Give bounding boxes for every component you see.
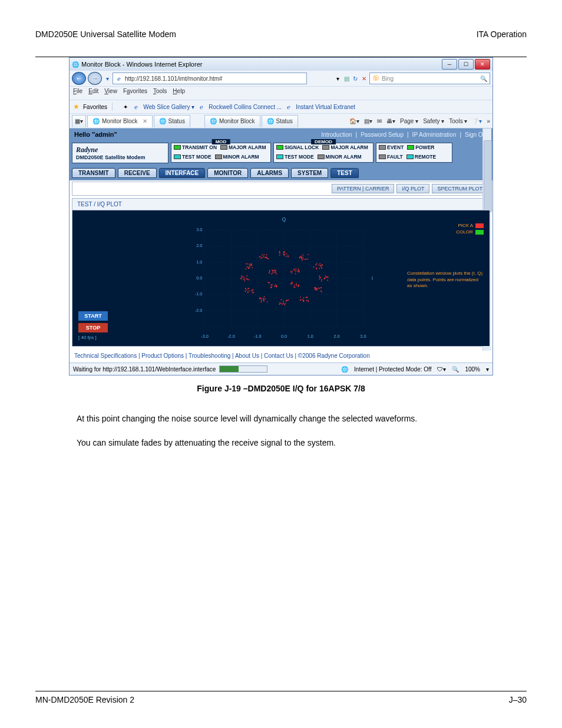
svg-point-98	[321, 279, 322, 280]
favbar-item-1[interactable]: Rockwell Collins Connect ...	[209, 104, 282, 110]
nav-tab-monitor[interactable]: MONITOR	[207, 168, 248, 178]
svg-point-224	[284, 304, 285, 305]
sub-tab[interactable]: I/Q PLOT	[396, 184, 429, 193]
nav-tab-receive[interactable]: RECEIVE	[118, 168, 157, 178]
close-button[interactable]: ✕	[475, 59, 490, 70]
tab-3-label: Status	[276, 118, 293, 124]
forward-button[interactable]: →	[88, 72, 102, 85]
fav-page-icon-2: ℯ	[198, 103, 205, 110]
svg-point-152	[267, 258, 268, 259]
menu-favorites[interactable]: Favorites	[123, 88, 147, 98]
swatch-red[interactable]	[475, 223, 484, 228]
zoom-value[interactable]: 100%	[465, 366, 480, 373]
nav-tab-interface[interactable]: INTERFACE	[159, 168, 206, 178]
svg-point-194	[252, 290, 253, 291]
nav-tab-system[interactable]: SYSTEM	[291, 168, 328, 178]
led-item: EVENT	[379, 144, 404, 150]
svg-point-65	[274, 285, 275, 286]
page-menu[interactable]: Page ▾	[400, 118, 418, 124]
svg-point-214	[286, 301, 287, 302]
fav-suggested-icon[interactable]: ✦	[122, 103, 129, 110]
svg-point-184	[249, 290, 250, 291]
nav-tab-test[interactable]: TEST	[330, 168, 359, 178]
menu-file[interactable]: File	[73, 88, 82, 98]
svg-point-160	[248, 267, 249, 268]
led-indicator	[174, 154, 181, 159]
svg-text:-1.0: -1.0	[254, 334, 262, 339]
scrollbar-thumb[interactable]	[484, 140, 492, 212]
home-icon[interactable]: 🏠▾	[349, 118, 359, 124]
svg-point-35	[290, 271, 292, 272]
tab-close-icon[interactable]: ✕	[143, 118, 147, 124]
back-button[interactable]: ←	[72, 72, 86, 85]
quick-tabs-button[interactable]: ▦▾	[72, 115, 86, 127]
tab-2[interactable]: 🌐 Monitor Block	[204, 115, 260, 127]
tools-menu[interactable]: Tools ▾	[449, 118, 467, 124]
address-bar-row: ← → ▾ ℯ http://192.168.1.101/imt/monitor…	[70, 71, 492, 86]
favorites-star-icon[interactable]: ★	[73, 103, 80, 111]
start-button[interactable]: START	[78, 311, 108, 321]
refresh-icon[interactable]: ↻	[352, 75, 359, 82]
led-label: TEST MODE	[285, 154, 314, 160]
top-link-0[interactable]: Introduction	[321, 131, 352, 138]
svg-point-221	[283, 303, 285, 304]
svg-point-199	[261, 298, 262, 299]
svg-point-52	[275, 272, 276, 273]
svg-point-102	[319, 268, 320, 269]
minimize-button[interactable]: ─	[442, 59, 457, 70]
menu-edit[interactable]: Edit	[88, 88, 98, 98]
favbar-item-0[interactable]: Web Slice Gallery ▾	[143, 104, 194, 110]
tab-1[interactable]: 🌐 Status	[154, 115, 190, 127]
stop-button[interactable]: STOP	[78, 323, 108, 332]
swatch-green[interactable]	[475, 230, 484, 235]
led-label: MAJOR ALARM	[229, 144, 266, 150]
svg-point-183	[252, 292, 253, 294]
mail-icon[interactable]: ✉	[377, 118, 382, 124]
print-icon[interactable]: 🖶▾	[386, 118, 395, 124]
svg-point-249	[319, 288, 320, 289]
protected-icon[interactable]: 🛡▾	[437, 366, 446, 373]
led-item: MAJOR ALARM	[220, 144, 266, 150]
nav-tab-alarms[interactable]: ALARMS	[250, 168, 289, 178]
menu-tools[interactable]: Tools	[153, 88, 167, 98]
feeds-icon[interactable]: ▤▾	[364, 118, 372, 124]
svg-text:-3.0: -3.0	[201, 334, 209, 339]
svg-point-211	[280, 299, 282, 301]
tab-3[interactable]: 🌐 Status	[262, 115, 298, 127]
expand-icon[interactable]: »	[487, 118, 490, 124]
app-footer-links[interactable]: Technical Specifications | Product Optio…	[70, 349, 492, 363]
address-bar[interactable]: ℯ http://192.168.1.101/imt/monitor.htm#	[113, 73, 307, 84]
sub-tab[interactable]: PATTERN | CARRIER	[332, 184, 395, 193]
svg-point-122	[299, 256, 300, 258]
color-label: COLOR	[456, 229, 472, 235]
led-item: MAJOR ALARM	[322, 144, 368, 150]
maximize-button[interactable]: ☐	[458, 59, 474, 70]
svg-point-250	[316, 289, 318, 291]
zoom-dropdown-icon[interactable]: ▾	[486, 366, 489, 373]
zoom-icon[interactable]: 🔍	[452, 366, 459, 373]
compat-icon[interactable]: ▤	[343, 75, 350, 82]
sub-tab[interactable]: SPECTRUM PLOT	[432, 184, 488, 193]
svg-text:0.0: 0.0	[196, 275, 202, 281]
footer-rule	[35, 691, 527, 691]
search-icon[interactable]: 🔍	[480, 75, 487, 82]
stop-icon[interactable]: ✕	[361, 75, 368, 82]
dropdown-icon[interactable]: ▾	[104, 75, 111, 82]
favbar-item-2[interactable]: Instant Virtual Extranet	[296, 104, 355, 110]
top-link-2[interactable]: IP Administration	[412, 131, 457, 138]
mod-group: MOD TRANSMIT ONMAJOR ALARMTEST MODEMINOR…	[171, 143, 271, 163]
led-indicator	[276, 145, 283, 150]
help-icon[interactable]: ❔▾	[472, 118, 482, 124]
svg-point-223	[280, 303, 282, 304]
top-link-1[interactable]: Password Setup	[361, 131, 404, 138]
svg-point-213	[279, 304, 280, 305]
nav-tab-transmit[interactable]: TRANSMIT	[72, 168, 115, 178]
tab-0[interactable]: 🌐 Monitor Block ✕	[87, 115, 153, 127]
svg-point-76	[296, 285, 297, 286]
search-box[interactable]: ⓑ Bing 🔍	[369, 73, 490, 84]
menu-view[interactable]: View	[104, 88, 117, 98]
safety-menu[interactable]: Safety ▾	[423, 118, 444, 124]
svg-point-112	[316, 263, 318, 265]
menu-help[interactable]: Help	[173, 88, 185, 98]
addr-dropdown-icon[interactable]: ▾	[334, 75, 341, 82]
